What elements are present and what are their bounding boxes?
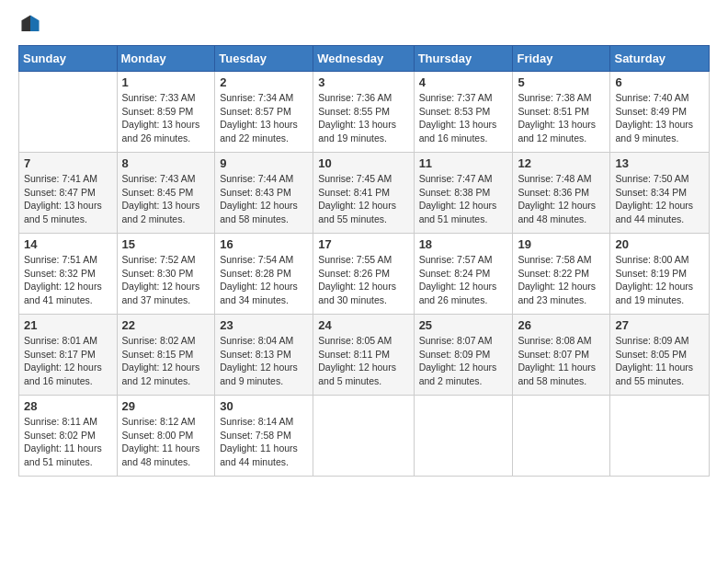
table-cell: 27Sunrise: 8:09 AM Sunset: 8:05 PM Dayli… <box>610 315 710 396</box>
table-cell <box>19 72 118 153</box>
day-info: Sunrise: 8:12 AM Sunset: 8:00 PM Dayligh… <box>122 415 210 469</box>
day-number: 27 <box>615 318 704 332</box>
table-cell: 25Sunrise: 8:07 AM Sunset: 8:09 PM Dayli… <box>414 315 513 396</box>
calendar-header-row: Sunday Monday Tuesday Wednesday Thursday… <box>19 46 710 72</box>
day-number: 22 <box>122 318 210 332</box>
col-wednesday: Wednesday <box>313 46 414 72</box>
day-info: Sunrise: 7:50 AM Sunset: 8:34 PM Dayligh… <box>615 172 704 226</box>
table-cell <box>513 396 610 477</box>
table-cell <box>414 396 513 477</box>
day-number: 5 <box>518 75 605 89</box>
day-number: 28 <box>24 399 112 413</box>
table-cell: 18Sunrise: 7:57 AM Sunset: 8:24 PM Dayli… <box>414 234 513 315</box>
table-cell: 6Sunrise: 7:40 AM Sunset: 8:49 PM Daylig… <box>610 72 710 153</box>
day-info: Sunrise: 7:34 AM Sunset: 8:57 PM Dayligh… <box>220 91 308 145</box>
day-info: Sunrise: 8:00 AM Sunset: 8:19 PM Dayligh… <box>615 253 704 307</box>
day-number: 1 <box>122 75 210 89</box>
day-info: Sunrise: 8:11 AM Sunset: 8:02 PM Dayligh… <box>24 415 112 469</box>
day-number: 20 <box>615 237 704 251</box>
day-info: Sunrise: 8:07 AM Sunset: 8:09 PM Dayligh… <box>419 334 508 388</box>
day-info: Sunrise: 8:01 AM Sunset: 8:17 PM Dayligh… <box>24 334 112 388</box>
day-info: Sunrise: 8:08 AM Sunset: 8:07 PM Dayligh… <box>518 334 605 388</box>
day-number: 16 <box>220 237 308 251</box>
table-cell: 11Sunrise: 7:47 AM Sunset: 8:38 PM Dayli… <box>414 153 513 234</box>
day-number: 9 <box>220 156 308 170</box>
day-number: 19 <box>518 237 605 251</box>
calendar-week-row: 14Sunrise: 7:51 AM Sunset: 8:32 PM Dayli… <box>19 234 710 315</box>
svg-marker-0 <box>30 15 40 31</box>
day-number: 23 <box>220 318 308 332</box>
table-cell: 4Sunrise: 7:37 AM Sunset: 8:53 PM Daylig… <box>414 72 513 153</box>
logo-icon <box>20 14 40 34</box>
day-info: Sunrise: 7:44 AM Sunset: 8:43 PM Dayligh… <box>220 172 308 226</box>
day-info: Sunrise: 7:41 AM Sunset: 8:47 PM Dayligh… <box>24 172 112 226</box>
day-number: 6 <box>615 75 704 89</box>
day-info: Sunrise: 7:33 AM Sunset: 8:59 PM Dayligh… <box>122 91 210 145</box>
day-info: Sunrise: 7:51 AM Sunset: 8:32 PM Dayligh… <box>24 253 112 307</box>
day-info: Sunrise: 7:45 AM Sunset: 8:41 PM Dayligh… <box>318 172 408 226</box>
day-number: 30 <box>220 399 308 413</box>
col-friday: Friday <box>513 46 610 72</box>
header <box>18 14 710 38</box>
table-cell: 24Sunrise: 8:05 AM Sunset: 8:11 PM Dayli… <box>313 315 414 396</box>
table-cell <box>313 396 414 477</box>
day-number: 15 <box>122 237 210 251</box>
day-number: 26 <box>518 318 605 332</box>
day-number: 17 <box>318 237 408 251</box>
table-cell: 14Sunrise: 7:51 AM Sunset: 8:32 PM Dayli… <box>19 234 118 315</box>
day-number: 11 <box>419 156 508 170</box>
day-number: 25 <box>419 318 508 332</box>
col-monday: Monday <box>117 46 215 72</box>
table-cell: 30Sunrise: 8:14 AM Sunset: 7:58 PM Dayli… <box>215 396 313 477</box>
page: Sunday Monday Tuesday Wednesday Thursday… <box>0 0 728 563</box>
col-tuesday: Tuesday <box>215 46 313 72</box>
table-cell: 23Sunrise: 8:04 AM Sunset: 8:13 PM Dayli… <box>215 315 313 396</box>
col-saturday: Saturday <box>610 46 710 72</box>
table-cell: 12Sunrise: 7:48 AM Sunset: 8:36 PM Dayli… <box>513 153 610 234</box>
day-info: Sunrise: 7:54 AM Sunset: 8:28 PM Dayligh… <box>220 253 308 307</box>
day-info: Sunrise: 7:57 AM Sunset: 8:24 PM Dayligh… <box>419 253 508 307</box>
day-number: 13 <box>615 156 704 170</box>
day-number: 7 <box>24 156 112 170</box>
table-cell: 16Sunrise: 7:54 AM Sunset: 8:28 PM Dayli… <box>215 234 313 315</box>
col-thursday: Thursday <box>414 46 513 72</box>
table-cell: 17Sunrise: 7:55 AM Sunset: 8:26 PM Dayli… <box>313 234 414 315</box>
calendar-week-row: 21Sunrise: 8:01 AM Sunset: 8:17 PM Dayli… <box>19 315 710 396</box>
table-cell: 9Sunrise: 7:44 AM Sunset: 8:43 PM Daylig… <box>215 153 313 234</box>
table-cell: 26Sunrise: 8:08 AM Sunset: 8:07 PM Dayli… <box>513 315 610 396</box>
day-info: Sunrise: 8:02 AM Sunset: 8:15 PM Dayligh… <box>122 334 210 388</box>
logo <box>18 14 44 38</box>
table-cell: 3Sunrise: 7:36 AM Sunset: 8:55 PM Daylig… <box>313 72 414 153</box>
day-number: 3 <box>318 75 408 89</box>
day-info: Sunrise: 8:05 AM Sunset: 8:11 PM Dayligh… <box>318 334 408 388</box>
table-cell: 2Sunrise: 7:34 AM Sunset: 8:57 PM Daylig… <box>215 72 313 153</box>
table-cell <box>610 396 710 477</box>
table-cell: 29Sunrise: 8:12 AM Sunset: 8:00 PM Dayli… <box>117 396 215 477</box>
calendar-week-row: 1Sunrise: 7:33 AM Sunset: 8:59 PM Daylig… <box>19 72 710 153</box>
table-cell: 19Sunrise: 7:58 AM Sunset: 8:22 PM Dayli… <box>513 234 610 315</box>
day-info: Sunrise: 7:40 AM Sunset: 8:49 PM Dayligh… <box>615 91 704 145</box>
table-cell: 5Sunrise: 7:38 AM Sunset: 8:51 PM Daylig… <box>513 72 610 153</box>
day-number: 10 <box>318 156 408 170</box>
table-cell: 15Sunrise: 7:52 AM Sunset: 8:30 PM Dayli… <box>117 234 215 315</box>
day-number: 8 <box>122 156 210 170</box>
day-number: 24 <box>318 318 408 332</box>
day-info: Sunrise: 7:38 AM Sunset: 8:51 PM Dayligh… <box>518 91 605 145</box>
table-cell: 20Sunrise: 8:00 AM Sunset: 8:19 PM Dayli… <box>610 234 710 315</box>
day-info: Sunrise: 7:37 AM Sunset: 8:53 PM Dayligh… <box>419 91 508 145</box>
day-number: 14 <box>24 237 112 251</box>
day-number: 4 <box>419 75 508 89</box>
table-cell: 1Sunrise: 7:33 AM Sunset: 8:59 PM Daylig… <box>117 72 215 153</box>
table-cell: 7Sunrise: 7:41 AM Sunset: 8:47 PM Daylig… <box>19 153 118 234</box>
table-cell: 28Sunrise: 8:11 AM Sunset: 8:02 PM Dayli… <box>19 396 118 477</box>
day-info: Sunrise: 7:52 AM Sunset: 8:30 PM Dayligh… <box>122 253 210 307</box>
table-cell: 10Sunrise: 7:45 AM Sunset: 8:41 PM Dayli… <box>313 153 414 234</box>
svg-marker-1 <box>21 15 30 31</box>
day-number: 21 <box>24 318 112 332</box>
table-cell: 8Sunrise: 7:43 AM Sunset: 8:45 PM Daylig… <box>117 153 215 234</box>
day-info: Sunrise: 7:58 AM Sunset: 8:22 PM Dayligh… <box>518 253 605 307</box>
table-cell: 13Sunrise: 7:50 AM Sunset: 8:34 PM Dayli… <box>610 153 710 234</box>
day-info: Sunrise: 7:43 AM Sunset: 8:45 PM Dayligh… <box>122 172 210 226</box>
calendar-week-row: 7Sunrise: 7:41 AM Sunset: 8:47 PM Daylig… <box>19 153 710 234</box>
calendar-week-row: 28Sunrise: 8:11 AM Sunset: 8:02 PM Dayli… <box>19 396 710 477</box>
